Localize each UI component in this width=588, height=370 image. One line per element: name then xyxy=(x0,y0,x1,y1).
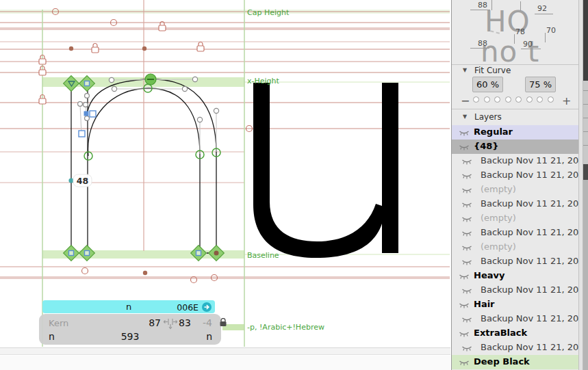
vertical-guides[interactable] xyxy=(42,0,244,347)
layer-name: Backup Nov 11 21, 20:5 xyxy=(481,170,579,180)
glyphs-app-window: 48 Cap Height x-Height Baseline -p, !Ara… xyxy=(0,0,588,370)
eye-closed-icon[interactable] xyxy=(461,200,472,211)
fit-curve-step-dot[interactable] xyxy=(526,96,533,103)
glyph-info-bar[interactable]: n 006E xyxy=(42,300,215,313)
section-divider xyxy=(452,109,579,109)
eye-closed-icon[interactable] xyxy=(461,243,472,254)
layer-row[interactable]: Backup Nov 11 21, 20:5 xyxy=(452,168,579,183)
canvas-bottom-strip xyxy=(0,347,450,355)
layer-name: (empty) xyxy=(481,184,516,194)
layers-header[interactable]: ▼ Layers xyxy=(452,111,579,124)
layer-name: Backup Nov 11 21, 20:5 xyxy=(481,155,579,166)
eye-closed-icon[interactable] xyxy=(461,258,472,268)
layer-name: Hair xyxy=(474,299,495,309)
kern-value-92: 92 xyxy=(537,4,547,13)
fit-curve-min-button[interactable]: 60 % xyxy=(472,77,503,92)
right-sidebar: HO 88 92 no t 88 78 90 70 ▼ Fit Curve 60… xyxy=(451,0,578,370)
background-window-edge xyxy=(583,0,588,370)
eye-closed-icon[interactable] xyxy=(459,330,470,340)
layer-row[interactable]: Backup Nov 11 21, 20:5 xyxy=(452,226,579,240)
kern-value-88-bottom: 88 xyxy=(478,39,487,48)
layer-row[interactable]: (empty) xyxy=(452,211,579,226)
kern-value-70: 70 xyxy=(546,26,556,35)
stem-measure-value: 48 xyxy=(77,176,88,186)
layer-row[interactable]: Backup Nov 11 21, 20:5 xyxy=(452,312,579,326)
layer-row[interactable]: Deep Black xyxy=(452,355,579,369)
layers-title: Layers xyxy=(474,112,502,122)
eye-closed-icon[interactable] xyxy=(461,186,472,196)
layer-row[interactable]: Backup Nov 11 21, 20:5 xyxy=(452,197,579,211)
fit-curve-step-dot[interactable] xyxy=(473,96,479,103)
glyph-width-value[interactable]: 593 xyxy=(39,331,221,342)
fit-curve-step-dot[interactable] xyxy=(515,96,522,103)
layer-row[interactable]: Backup Nov 11 21, 20:5 xyxy=(452,154,579,168)
layer-row[interactable]: Backup Nov 11 21, 20:5 xyxy=(452,254,579,269)
fit-curve-max-button[interactable]: 75 % xyxy=(525,77,556,92)
eye-closed-icon[interactable] xyxy=(459,143,470,153)
eye-closed-icon[interactable] xyxy=(461,157,472,168)
go-to-glyph-button[interactable] xyxy=(202,302,212,312)
right-sidebearing-glyph: n xyxy=(206,331,212,342)
baseline-label: Baseline xyxy=(247,251,279,260)
layer-row[interactable]: Backup Nov 11 21, 20:5 xyxy=(452,341,579,355)
layer-name: {48} xyxy=(474,141,499,151)
layer-name: (empty) xyxy=(481,241,516,252)
arrow-right-icon xyxy=(202,302,212,312)
eye-closed-icon[interactable] xyxy=(461,172,472,182)
fit-curve-step-dot[interactable] xyxy=(505,96,511,103)
kern-result-value: -4 xyxy=(203,317,212,328)
kern-value-78: 78 xyxy=(515,27,525,36)
kern-group-label: -p, !Arabic+!Hebrew xyxy=(247,323,324,332)
x-height-label: x-Height xyxy=(247,77,280,85)
layer-name: Heavy xyxy=(474,270,504,280)
layer-name: Backup Nov 11 21, 20:5 xyxy=(481,227,579,237)
handle-lines xyxy=(80,79,216,154)
eye-closed-icon[interactable] xyxy=(461,315,472,326)
metrics-info-box[interactable]: Kern 87 83 xyxy=(39,314,221,345)
kerning-preview-panel[interactable]: HO 88 92 no t 88 78 90 70 xyxy=(452,0,579,65)
fit-curve-header[interactable]: ▼ Fit Curve xyxy=(452,65,579,77)
layer-row[interactable]: Regular xyxy=(452,125,579,140)
disclosure-triangle-icon[interactable]: ▼ xyxy=(463,67,467,73)
fit-curve-plus-button[interactable]: + xyxy=(562,94,571,107)
layer-row[interactable]: {48} xyxy=(452,140,579,154)
glyph-edit-canvas[interactable]: 48 Cap Height x-Height Baseline -p, !Ara… xyxy=(0,0,450,370)
layer-row[interactable]: ExtraBlack xyxy=(452,326,579,341)
eye-closed-icon[interactable] xyxy=(459,301,470,311)
layer-row[interactable]: Heavy xyxy=(452,269,579,283)
layer-name: Backup Nov 11 21, 20:5 xyxy=(481,313,579,323)
layer-name: Backup Nov 11 21, 20:5 xyxy=(481,285,579,295)
scrollbar-track[interactable] xyxy=(578,0,583,370)
cap-height-label: Cap Height xyxy=(247,8,290,17)
disclosure-triangle-icon[interactable]: ▼ xyxy=(463,114,467,120)
fit-curve-minus-button[interactable]: − xyxy=(461,94,470,107)
layer-name: Backup Nov 11 21, 20:5 xyxy=(481,256,579,266)
fit-curve-step-dot[interactable] xyxy=(484,96,490,103)
fit-curve-step-dot[interactable] xyxy=(537,96,543,103)
glyph-unicode: 006E xyxy=(177,302,199,313)
kern-value-90: 90 xyxy=(523,40,533,49)
eye-closed-icon[interactable] xyxy=(461,287,472,297)
eye-closed-icon[interactable] xyxy=(461,229,472,239)
fit-curve-step-dot[interactable] xyxy=(548,96,554,103)
stem-measure-annotation: 48 xyxy=(68,174,92,187)
layers-list: Regular {48} xyxy=(452,125,579,369)
layer-name: Deep Black xyxy=(474,356,530,367)
fit-curve-steps[interactable] xyxy=(473,96,559,103)
eye-closed-icon[interactable] xyxy=(461,215,472,225)
kern-label: Kern xyxy=(49,318,68,328)
layer-row[interactable]: Hair xyxy=(452,298,579,312)
eye-closed-icon[interactable] xyxy=(459,129,470,139)
layer-row[interactable]: Backup Nov 11 21, 20:5 xyxy=(452,283,579,298)
kern-right-value[interactable]: 83 xyxy=(179,317,191,328)
eye-closed-icon[interactable] xyxy=(461,344,472,354)
layer-row[interactable]: (empty) xyxy=(452,183,579,197)
fit-curve-step-dot[interactable] xyxy=(494,96,500,103)
layer-name: Regular xyxy=(474,127,513,137)
canvas-bottom-area xyxy=(0,356,450,370)
eye-closed-icon[interactable] xyxy=(459,272,470,282)
eye-closed-icon[interactable] xyxy=(459,358,470,369)
layer-name: ExtraBlack xyxy=(474,328,527,338)
kern-left-value[interactable]: 87 xyxy=(133,317,161,328)
layer-row[interactable]: (empty) xyxy=(452,240,579,254)
